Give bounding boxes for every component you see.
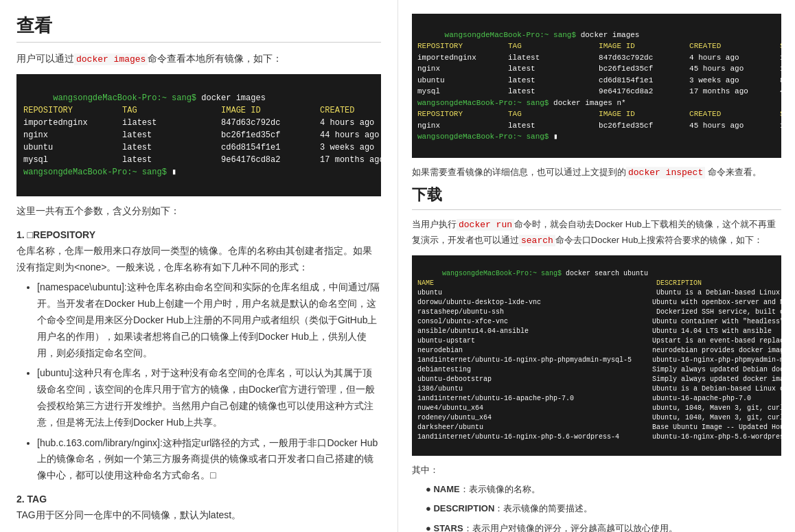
- search-code: search: [519, 235, 555, 246]
- terminal-search: wangsongdeMacBook-Pro:~ sang$ docker sea…: [412, 255, 781, 456]
- inspect-para: 如果需要查看镜像的详细信息，也可以通过上文提到的docker inspect 命…: [412, 165, 781, 181]
- intro-para: 用户可以通过docker images命令查看本地所有镜像，如下：: [16, 51, 381, 67]
- dl-bullets: ● NAME：表示镜像的名称。 ● DESCRIPTION：表示镜像的简要描述。…: [412, 482, 781, 532]
- intro-suffix: 命令查看本地所有镜像，如下：: [148, 53, 282, 64]
- dl-bullet-3: ● STARS：表示用户对镜像的评分，评分越高越可以放心使用。: [426, 521, 781, 532]
- dl-bullet-1: ● NAME：表示镜像的名称。: [426, 482, 781, 497]
- intro-code: docker images: [74, 54, 148, 65]
- bullet-list: [namespace\ubuntu]:这种仓库名称由命名空间和实际的仓库名组成，…: [16, 279, 381, 484]
- download-title: 下载: [412, 185, 781, 210]
- list-intro: 这里一共有五个参数，含义分别如下：: [16, 203, 381, 220]
- param2-num: 2. TAG: [16, 494, 381, 505]
- dl-para: 当用户执行docker run命令时，就会自动去Docker Hub上下载相关的…: [412, 217, 781, 248]
- qizhong-text: 其中：: [412, 463, 781, 478]
- right-panel: wangsongdeMacBook-Pro:~ sang$ docker ima…: [398, 0, 795, 532]
- param2-desc: TAG用于区分同一仓库中的不同镜像，默认为latest。: [16, 507, 381, 524]
- intro-text: 用户可以通过: [16, 53, 74, 64]
- left-panel: 查看 用户可以通过docker images命令查看本地所有镜像，如下： wan…: [0, 0, 398, 532]
- terminal-1: wangsongdeMacBook-Pro:~ sang$ docker ima…: [16, 74, 381, 196]
- param1-desc: 仓库名称，仓库一般用来口存放同一类型的镜像。仓库的名称由其创建者指定。如果没有指…: [16, 243, 381, 276]
- terminal-top: wangsongdeMacBook-Pro:~ sang$ docker ima…: [412, 14, 781, 158]
- inspect-code: docker inspect: [626, 167, 705, 178]
- terminal1-line1: wangsongdeMacBook-Pro:~ sang$: [53, 93, 196, 103]
- bullet-item-1: [namespace\ubuntu]:这种仓库名称由命名空间和实际的仓库名组成，…: [37, 279, 381, 361]
- param1-num: 1. □REPOSITORY: [16, 229, 381, 240]
- dl-bullet-2: ● DESCRIPTION：表示镜像的简要描述。: [426, 501, 781, 516]
- left-title: 查看: [16, 14, 381, 43]
- docker-run-code: docker run: [457, 219, 514, 231]
- bullet-item-3: [hub.c.163.com/library/nginx]:这种指定url路径的…: [37, 435, 381, 484]
- bullet-item-2: [ubuntu]:这种只有仓库名，对于这种没有命名空间的仓库名，可以认为其属于顶…: [37, 365, 381, 430]
